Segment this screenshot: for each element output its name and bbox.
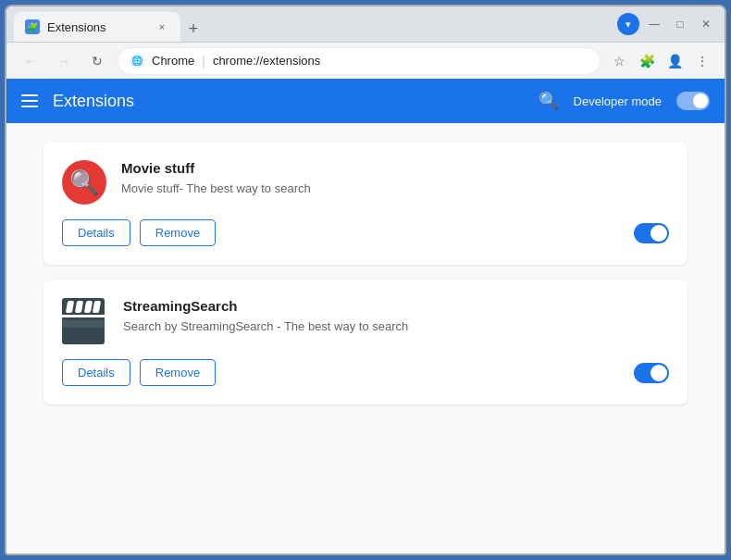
site-favicon: 🌐 [130,54,144,68]
forward-button[interactable]: → [51,48,77,74]
hamburger-line-3 [21,106,38,107]
streaming-search-name: StreamingSearch [123,298,669,314]
streaming-search-remove-button[interactable]: Remove [140,359,216,386]
minimize-button[interactable]: — [643,13,665,35]
ext-card-header-movie: 🔍 Movie stuff Movie stuff- The best way … [62,160,669,205]
hamburger-menu[interactable] [21,94,38,107]
title-bar: 🧩 Extensions × + ▾ — □ ✕ [6,6,725,42]
back-button[interactable]: ← [18,48,43,74]
streaming-search-toggle[interactable] [634,363,669,383]
developer-mode-toggle[interactable] [676,92,710,110]
url-bar[interactable]: 🌐 Chrome | chrome://extensions [118,47,601,75]
streaming-search-desc: Search by StreamingSearch - The best way… [123,317,669,336]
close-window-button[interactable]: ✕ [695,13,717,35]
extensions-title: Extensions [53,92,524,111]
profile-icon[interactable]: 👤 [663,50,686,72]
streaming-search-details-button[interactable]: Details [62,359,130,386]
hamburger-line-2 [21,100,38,102]
movie-stuff-info: Movie stuff Movie stuff- The best way to… [121,160,669,198]
url-divider: | [202,54,205,68]
window-controls: ▾ — □ ✕ [617,13,717,35]
address-bar: ← → ↻ 🌐 Chrome | chrome://extensions ☆ 🧩… [6,42,725,79]
active-tab[interactable]: 🧩 Extensions × [14,12,180,42]
menu-icon[interactable]: ⋮ [691,50,713,72]
tab-close-button[interactable]: × [155,19,169,34]
url-text: chrome://extensions [213,54,320,68]
profile-dropdown[interactable]: ▾ [617,13,639,35]
extensions-content: 🔍 🔍 Movie stuff Movie stuff- The best wa… [6,123,725,554]
movie-stuff-details-button[interactable]: Details [62,219,130,246]
new-tab-button[interactable]: + [180,16,206,42]
maximize-button[interactable]: □ [669,13,691,35]
bookmark-icon[interactable]: ☆ [608,50,630,72]
extensions-icon[interactable]: 🧩 [636,50,658,72]
movie-stuff-remove-button[interactable]: Remove [140,219,216,246]
browser-window: 🧩 Extensions × + ▾ — □ ✕ ← → ↻ 🌐 Chrome … [5,5,726,555]
tab-ext-icon: 🧩 [25,19,40,34]
site-name: Chrome [152,54,194,68]
search-icon[interactable]: 🔍 [539,91,559,111]
movie-stuff-icon: 🔍 [62,160,106,205]
tab-label: Extensions [47,20,106,34]
developer-mode-label: Developer mode [574,94,662,108]
movie-stuff-toggle[interactable] [634,223,669,243]
streaming-search-icon [62,298,108,344]
hamburger-line-1 [21,94,38,96]
movie-stuff-desc: Movie stuff- The best way to search [121,180,669,198]
streaming-search-footer: Details Remove [62,359,669,386]
extension-card-streaming-search: StreamingSearch Search by StreamingSearc… [43,280,688,404]
streaming-search-info: StreamingSearch Search by StreamingSearc… [123,298,669,336]
reload-button[interactable]: ↻ [84,48,110,74]
tab-area: 🧩 Extensions × + [14,6,613,42]
movie-stuff-name: Movie stuff [121,160,669,176]
address-actions: ☆ 🧩 👤 ⋮ [608,50,713,72]
extension-card-movie-stuff: 🔍 Movie stuff Movie stuff- The best way … [43,142,688,265]
movie-stuff-footer: Details Remove [62,219,669,246]
ext-card-header-streaming: StreamingSearch Search by StreamingSearc… [62,298,669,344]
extensions-header: Extensions 🔍 Developer mode [6,79,725,123]
